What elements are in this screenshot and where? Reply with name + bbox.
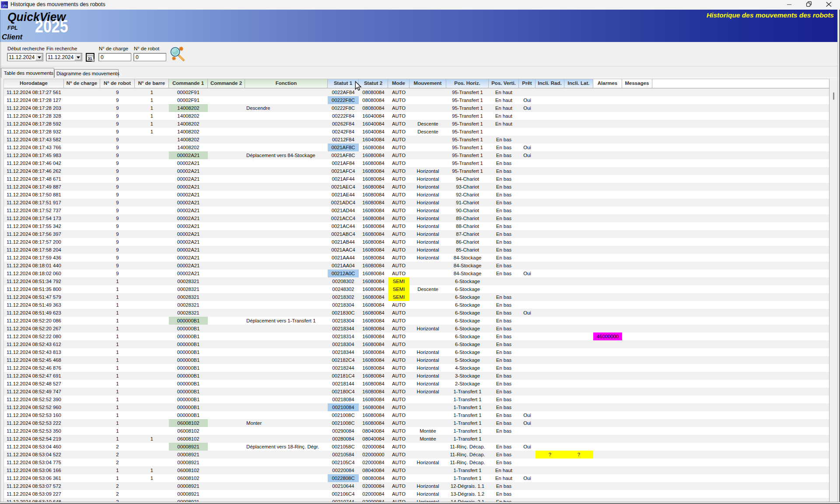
svg-text:31: 31 — [88, 56, 92, 61]
